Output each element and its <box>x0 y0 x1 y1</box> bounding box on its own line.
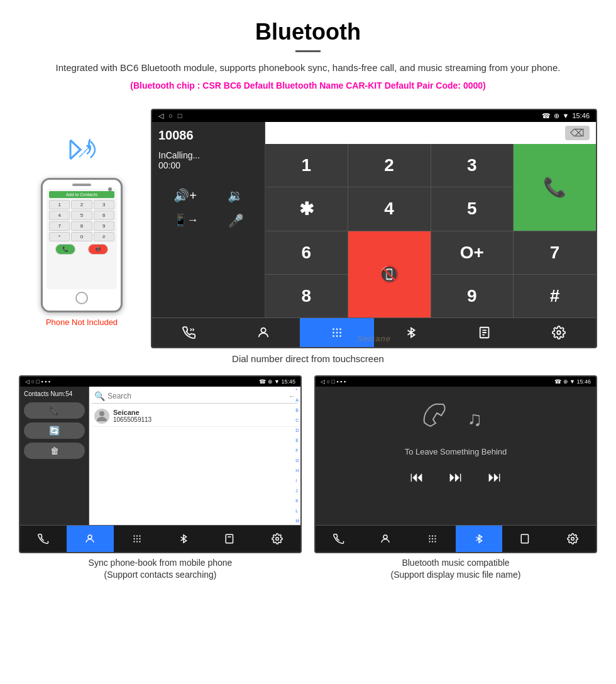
music-nav-phonebook[interactable] <box>502 526 549 552</box>
music-status-right: ☎ ⊕ ▼ 15:46 <box>554 378 591 385</box>
pb-nav-calls[interactable] <box>20 526 67 552</box>
alpha-B[interactable]: B <box>295 408 299 412</box>
alpha-F[interactable]: F <box>295 448 299 453</box>
dialer-left: 10086 InCalling... 00:00 🔊+ 🔉 📱→ 🎤 <box>152 122 265 317</box>
title-divider <box>295 50 321 52</box>
phone-end-btn[interactable]: 📵 <box>88 244 108 255</box>
alpha-C[interactable]: C <box>295 418 299 422</box>
music-nav-contacts[interactable] <box>362 526 409 552</box>
vol-up-icon[interactable]: 🔊+ <box>173 188 197 203</box>
nav-contacts[interactable] <box>226 318 300 347</box>
svg-point-8 <box>333 335 334 337</box>
alpha-G[interactable]: G <box>295 458 299 463</box>
dialer-area: 10086 InCalling... 00:00 🔊+ 🔉 📱→ 🎤 <box>152 122 596 317</box>
alpha-J[interactable]: J <box>295 488 299 493</box>
main-area: ⭧ Add to Contacts <box>0 102 616 348</box>
alpha-bar: * A B C D E F G H I J K L M <box>294 387 300 525</box>
pb-search-input[interactable] <box>107 392 289 400</box>
key-3[interactable]: 3 <box>431 144 514 187</box>
display-row: ⌫ <box>265 122 596 144</box>
music-caption-line1: Bluetooth music compatible <box>314 557 597 570</box>
prev-track-button[interactable]: ⏮ <box>410 469 424 485</box>
key-5[interactable]: 5 <box>431 187 514 231</box>
key-2[interactable]: 2 <box>348 144 431 187</box>
alpha-H[interactable]: H <box>295 468 299 473</box>
svg-rect-41 <box>522 534 529 543</box>
phone-key-3: 3 <box>94 200 114 209</box>
music-nav-bluetooth[interactable] <box>456 526 502 552</box>
phone-call-btn[interactable]: 📞 <box>55 244 75 255</box>
svg-point-21 <box>133 538 135 539</box>
vol-down-icon[interactable]: 🔉 <box>228 188 243 203</box>
key-1[interactable]: 1 <box>265 144 348 187</box>
dialer-right: ⌫ 1 2 3 📞 ✱ 4 5 6 <box>265 122 596 317</box>
status-bar-left: ◁ ○ □ <box>158 112 182 120</box>
key-8[interactable]: 8 <box>265 275 348 317</box>
backspace-button[interactable]: ⌫ <box>565 126 590 140</box>
search-icon: 🔍 <box>94 391 105 401</box>
svg-point-36 <box>432 538 433 539</box>
svg-point-40 <box>434 541 436 542</box>
phone-key-1: 1 <box>49 200 70 209</box>
key-hash[interactable]: # <box>514 275 596 317</box>
nav-settings[interactable] <box>522 318 596 347</box>
pb-nav-dialpad[interactable] <box>114 526 160 552</box>
key-7[interactable]: 7 <box>514 231 596 274</box>
pb-nav-bluetooth[interactable] <box>160 526 207 552</box>
phonebook-caption-line2: (Support contacts searching) <box>19 569 302 582</box>
svg-point-42 <box>571 537 575 540</box>
pb-call-btn[interactable]: 📞 <box>24 402 85 419</box>
pb-nav-settings[interactable] <box>254 526 300 552</box>
call-button[interactable]: 📞 <box>514 144 596 231</box>
phone-add-contacts: Add to Contacts <box>49 191 114 198</box>
clock: 15:46 <box>572 112 590 119</box>
alpha-M[interactable]: M <box>295 519 299 523</box>
next-track-button[interactable]: ⏭ <box>488 469 502 485</box>
key-6[interactable]: 6 <box>265 231 348 274</box>
location-icon: ⊕ <box>554 112 559 120</box>
alpha-E[interactable]: E <box>295 438 299 443</box>
caller-status: InCalling... <box>158 150 258 160</box>
mic-icon[interactable]: 🎤 <box>228 213 244 228</box>
key-4[interactable]: 4 <box>348 187 431 231</box>
phone-mockup: Add to Contacts 1 2 3 4 5 6 7 8 9 * 0 # <box>41 178 123 312</box>
nav-dialpad[interactable] <box>300 318 374 347</box>
phone-dialpad: 1 2 3 4 5 6 7 8 9 * 0 # <box>49 200 114 241</box>
key-0plus[interactable]: O+ <box>431 231 514 274</box>
nav-calls[interactable] <box>152 318 226 347</box>
phone-key-star: * <box>49 232 70 241</box>
pb-right-panel: 🔍 ← Seicane 10655059113 <box>89 387 300 525</box>
music-nav-settings[interactable] <box>549 526 596 552</box>
pb-nav-phonebook[interactable] <box>207 526 253 552</box>
pb-sync-btn[interactable]: 🔄 <box>24 422 85 439</box>
svg-point-39 <box>432 541 433 542</box>
svg-point-18 <box>133 535 135 536</box>
svg-point-3 <box>336 328 338 330</box>
alpha-L[interactable]: L <box>295 509 299 513</box>
end-call-button[interactable]: 📵 <box>348 231 431 317</box>
alpha-star[interactable]: * <box>295 388 299 392</box>
pb-nav-contacts[interactable] <box>67 526 113 552</box>
key-star[interactable]: ✱ <box>265 187 348 231</box>
svg-point-32 <box>429 535 430 536</box>
music-nav-dialpad[interactable] <box>409 526 456 552</box>
svg-point-15 <box>557 331 561 334</box>
phone-camera <box>108 187 112 191</box>
nav-phone-book[interactable] <box>448 318 522 347</box>
phone-transfer-icon[interactable]: 📱→ <box>173 213 199 228</box>
phone-home-button[interactable] <box>75 292 88 304</box>
alpha-D[interactable]: D <box>295 428 299 433</box>
phonebook-caption: Sync phone-book from mobile phone (Suppo… <box>19 557 302 582</box>
nav-bluetooth[interactable] <box>374 318 448 347</box>
music-phone-svg <box>419 399 457 437</box>
alpha-K[interactable]: K <box>295 499 299 503</box>
alpha-I[interactable]: I <box>295 478 299 483</box>
header-description: Integrated with BC6 Bluetooth module, su… <box>25 61 591 75</box>
next-section-button[interactable]: ⏭ <box>449 469 463 485</box>
bt-waves-icon <box>88 137 97 152</box>
key-9[interactable]: 9 <box>431 275 514 317</box>
pb-delete-btn[interactable]: 🗑 <box>24 443 85 459</box>
phone-mockup-container: ⭧ Add to Contacts <box>19 109 145 327</box>
alpha-A[interactable]: A <box>295 398 299 402</box>
music-nav-calls[interactable] <box>316 526 362 552</box>
